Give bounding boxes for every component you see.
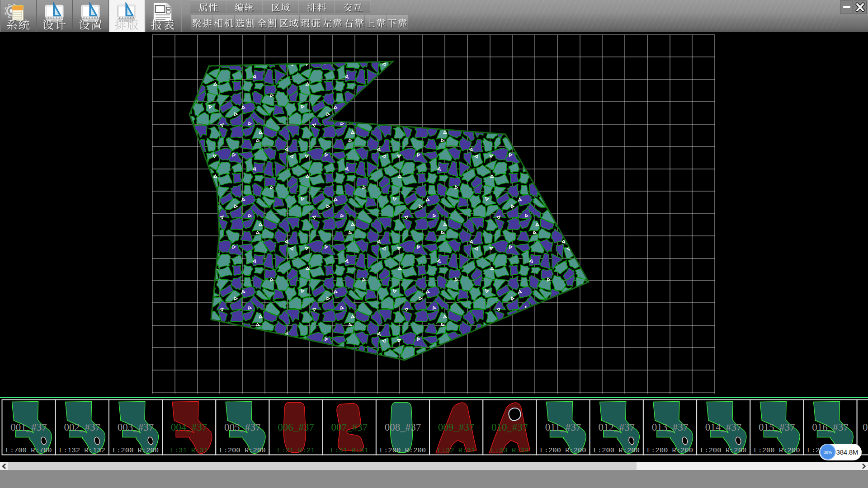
svg-text:L:200 R:200: L:200 R:200 bbox=[380, 446, 426, 455]
svg-text:009_#37: 009_#37 bbox=[438, 422, 475, 433]
svg-text:L:700 R:700: L:700 R:700 bbox=[5, 446, 52, 455]
svg-text:L:33 R:33: L:33 R:33 bbox=[491, 446, 528, 455]
svg-text:005_#37: 005_#37 bbox=[224, 422, 261, 433]
svg-text:014_#37: 014_#37 bbox=[705, 422, 742, 433]
svg-text:L:200 R:200: L:200 R:200 bbox=[754, 446, 800, 455]
svg-text:384.8M: 384.8M bbox=[836, 449, 858, 456]
svg-text:L:21 R:21: L:21 R:21 bbox=[277, 446, 315, 455]
svg-text:L:200 R:200: L:200 R:200 bbox=[700, 446, 746, 455]
svg-text:L:200 R:200: L:200 R:200 bbox=[219, 446, 265, 455]
svg-text:001_#37: 001_#37 bbox=[10, 422, 47, 433]
svg-text:002_#37: 002_#37 bbox=[64, 422, 100, 433]
svg-text:L:200 R:200: L:200 R:200 bbox=[594, 446, 640, 455]
svg-text:007_#37: 007_#37 bbox=[331, 422, 368, 433]
svg-text:012_#37: 012_#37 bbox=[598, 422, 635, 433]
svg-text:008_#37: 008_#37 bbox=[385, 422, 421, 433]
svg-text:38%: 38% bbox=[823, 450, 832, 455]
svg-text:003_#37: 003_#37 bbox=[118, 422, 154, 433]
svg-text:015_#37: 015_#37 bbox=[759, 422, 795, 433]
svg-text:L:200 R:200: L:200 R:200 bbox=[540, 446, 586, 455]
svg-text:L:31 R:31: L:31 R:31 bbox=[170, 446, 208, 455]
svg-text:013_#37: 013_#37 bbox=[652, 422, 689, 433]
svg-text:L:132 R:132: L:132 R:132 bbox=[59, 446, 105, 455]
svg-text:006_#37: 006_#37 bbox=[278, 422, 314, 433]
svg-text:L:200 R:200: L:200 R:200 bbox=[113, 446, 159, 455]
svg-text:004_#37: 004_#37 bbox=[171, 422, 208, 433]
svg-text:L:32 R:31: L:32 R:31 bbox=[437, 446, 475, 455]
svg-text:011_#37: 011_#37 bbox=[545, 422, 581, 433]
svg-text:0: 0 bbox=[863, 422, 868, 433]
svg-text:L:31 R:31: L:31 R:31 bbox=[330, 446, 368, 455]
svg-text:010_#37: 010_#37 bbox=[491, 422, 528, 433]
svg-text:L:200 R:200: L:200 R:200 bbox=[647, 446, 693, 455]
svg-text:016_#37: 016_#37 bbox=[812, 422, 849, 433]
